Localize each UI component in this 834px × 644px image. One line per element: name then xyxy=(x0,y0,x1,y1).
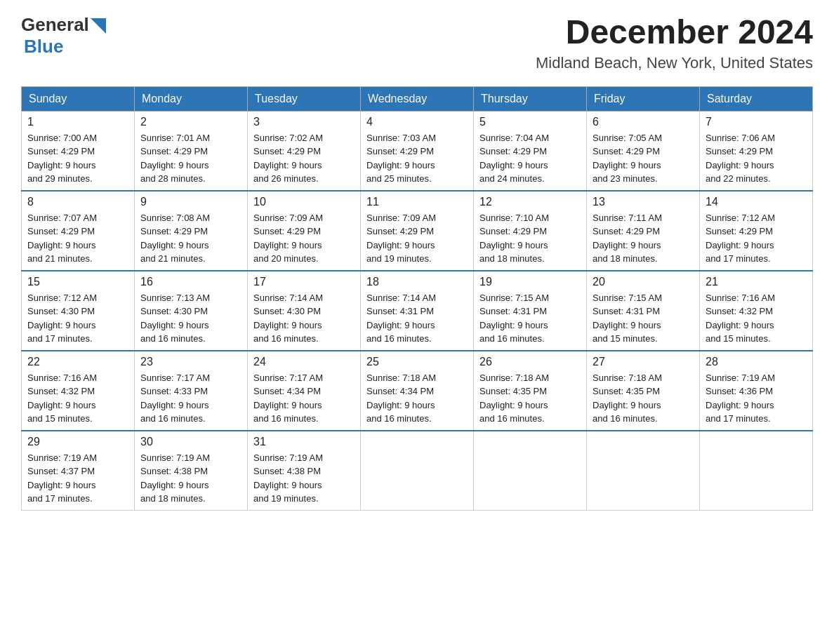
calendar-day-cell: 3 Sunrise: 7:02 AM Sunset: 4:29 PM Dayli… xyxy=(248,111,361,191)
day-number: 7 xyxy=(706,116,807,128)
day-number: 19 xyxy=(479,276,581,288)
day-number: 29 xyxy=(27,436,128,448)
calendar-day-cell: 25 Sunrise: 7:18 AM Sunset: 4:34 PM Dayl… xyxy=(361,351,474,431)
weekday-header-friday: Friday xyxy=(587,86,700,111)
logo-general: General xyxy=(21,14,89,36)
calendar-day-cell: 5 Sunrise: 7:04 AM Sunset: 4:29 PM Dayli… xyxy=(474,111,587,191)
day-info: Sunrise: 7:11 AM Sunset: 4:29 PM Dayligh… xyxy=(593,211,694,266)
day-number: 14 xyxy=(706,196,807,208)
day-number: 31 xyxy=(253,436,355,448)
logo-blue: Blue xyxy=(24,36,63,58)
day-info: Sunrise: 7:05 AM Sunset: 4:29 PM Dayligh… xyxy=(593,131,694,186)
calendar-day-cell: 12 Sunrise: 7:10 AM Sunset: 4:29 PM Dayl… xyxy=(474,191,587,271)
weekday-header-sunday: Sunday xyxy=(22,86,135,111)
day-number: 6 xyxy=(593,116,694,128)
calendar-day-cell: 10 Sunrise: 7:09 AM Sunset: 4:29 PM Dayl… xyxy=(248,191,361,271)
calendar-day-cell: 1 Sunrise: 7:00 AM Sunset: 4:29 PM Dayli… xyxy=(22,111,135,191)
svg-marker-0 xyxy=(91,18,106,34)
day-info: Sunrise: 7:16 AM Sunset: 4:32 PM Dayligh… xyxy=(706,291,807,346)
calendar-day-cell: 16 Sunrise: 7:13 AM Sunset: 4:30 PM Dayl… xyxy=(135,271,248,351)
day-number: 18 xyxy=(366,276,468,288)
day-number: 5 xyxy=(479,116,581,128)
weekday-header-wednesday: Wednesday xyxy=(361,86,474,111)
day-info: Sunrise: 7:17 AM Sunset: 4:34 PM Dayligh… xyxy=(253,371,355,426)
logo: General Blue xyxy=(21,14,106,58)
calendar-day-cell: 6 Sunrise: 7:05 AM Sunset: 4:29 PM Dayli… xyxy=(587,111,700,191)
day-info: Sunrise: 7:19 AM Sunset: 4:38 PM Dayligh… xyxy=(253,451,355,506)
calendar-week-row: 8 Sunrise: 7:07 AM Sunset: 4:29 PM Dayli… xyxy=(22,191,813,271)
day-number: 11 xyxy=(366,196,468,208)
calendar-day-cell: 28 Sunrise: 7:19 AM Sunset: 4:36 PM Dayl… xyxy=(700,351,813,431)
calendar-day-cell xyxy=(474,431,587,511)
calendar-day-cell xyxy=(587,431,700,511)
day-info: Sunrise: 7:06 AM Sunset: 4:29 PM Dayligh… xyxy=(706,131,807,186)
day-info: Sunrise: 7:00 AM Sunset: 4:29 PM Dayligh… xyxy=(27,131,128,186)
day-info: Sunrise: 7:14 AM Sunset: 4:31 PM Dayligh… xyxy=(366,291,468,346)
day-number: 25 xyxy=(366,356,468,368)
day-info: Sunrise: 7:16 AM Sunset: 4:32 PM Dayligh… xyxy=(27,371,128,426)
day-number: 3 xyxy=(253,116,355,128)
day-number: 8 xyxy=(27,196,128,208)
month-title: December 2024 xyxy=(536,14,813,51)
calendar-day-cell: 21 Sunrise: 7:16 AM Sunset: 4:32 PM Dayl… xyxy=(700,271,813,351)
calendar-day-cell: 31 Sunrise: 7:19 AM Sunset: 4:38 PM Dayl… xyxy=(248,431,361,511)
calendar-day-cell: 11 Sunrise: 7:09 AM Sunset: 4:29 PM Dayl… xyxy=(361,191,474,271)
day-info: Sunrise: 7:08 AM Sunset: 4:29 PM Dayligh… xyxy=(140,211,241,266)
calendar-day-cell: 19 Sunrise: 7:15 AM Sunset: 4:31 PM Dayl… xyxy=(474,271,587,351)
weekday-header-row: SundayMondayTuesdayWednesdayThursdayFrid… xyxy=(22,86,813,111)
day-number: 10 xyxy=(253,196,355,208)
day-number: 4 xyxy=(366,116,468,128)
day-info: Sunrise: 7:18 AM Sunset: 4:35 PM Dayligh… xyxy=(593,371,694,426)
day-info: Sunrise: 7:18 AM Sunset: 4:35 PM Dayligh… xyxy=(479,371,581,426)
calendar-week-row: 1 Sunrise: 7:00 AM Sunset: 4:29 PM Dayli… xyxy=(22,111,813,191)
calendar-day-cell: 7 Sunrise: 7:06 AM Sunset: 4:29 PM Dayli… xyxy=(700,111,813,191)
day-info: Sunrise: 7:17 AM Sunset: 4:33 PM Dayligh… xyxy=(140,371,241,426)
day-number: 28 xyxy=(706,356,807,368)
calendar-day-cell: 4 Sunrise: 7:03 AM Sunset: 4:29 PM Dayli… xyxy=(361,111,474,191)
title-section: December 2024 Midland Beach, New York, U… xyxy=(536,14,813,72)
calendar-day-cell: 22 Sunrise: 7:16 AM Sunset: 4:32 PM Dayl… xyxy=(22,351,135,431)
day-number: 20 xyxy=(593,276,694,288)
day-info: Sunrise: 7:03 AM Sunset: 4:29 PM Dayligh… xyxy=(366,131,468,186)
calendar-day-cell: 14 Sunrise: 7:12 AM Sunset: 4:29 PM Dayl… xyxy=(700,191,813,271)
calendar-week-row: 29 Sunrise: 7:19 AM Sunset: 4:37 PM Dayl… xyxy=(22,431,813,511)
day-info: Sunrise: 7:01 AM Sunset: 4:29 PM Dayligh… xyxy=(140,131,241,186)
day-number: 17 xyxy=(253,276,355,288)
day-info: Sunrise: 7:02 AM Sunset: 4:29 PM Dayligh… xyxy=(253,131,355,186)
day-number: 9 xyxy=(140,196,241,208)
location-title: Midland Beach, New York, United States xyxy=(536,54,813,72)
day-info: Sunrise: 7:19 AM Sunset: 4:38 PM Dayligh… xyxy=(140,451,241,506)
calendar-day-cell: 30 Sunrise: 7:19 AM Sunset: 4:38 PM Dayl… xyxy=(135,431,248,511)
day-info: Sunrise: 7:19 AM Sunset: 4:37 PM Dayligh… xyxy=(27,451,128,506)
day-info: Sunrise: 7:10 AM Sunset: 4:29 PM Dayligh… xyxy=(479,211,581,266)
calendar-day-cell: 2 Sunrise: 7:01 AM Sunset: 4:29 PM Dayli… xyxy=(135,111,248,191)
day-info: Sunrise: 7:15 AM Sunset: 4:31 PM Dayligh… xyxy=(593,291,694,346)
calendar-day-cell: 17 Sunrise: 7:14 AM Sunset: 4:30 PM Dayl… xyxy=(248,271,361,351)
day-number: 1 xyxy=(27,116,128,128)
calendar-week-row: 15 Sunrise: 7:12 AM Sunset: 4:30 PM Dayl… xyxy=(22,271,813,351)
day-info: Sunrise: 7:19 AM Sunset: 4:36 PM Dayligh… xyxy=(706,371,807,426)
calendar-week-row: 22 Sunrise: 7:16 AM Sunset: 4:32 PM Dayl… xyxy=(22,351,813,431)
weekday-header-thursday: Thursday xyxy=(474,86,587,111)
weekday-header-saturday: Saturday xyxy=(700,86,813,111)
calendar-day-cell: 9 Sunrise: 7:08 AM Sunset: 4:29 PM Dayli… xyxy=(135,191,248,271)
calendar-day-cell: 20 Sunrise: 7:15 AM Sunset: 4:31 PM Dayl… xyxy=(587,271,700,351)
day-number: 27 xyxy=(593,356,694,368)
day-number: 21 xyxy=(706,276,807,288)
day-number: 23 xyxy=(140,356,241,368)
calendar-day-cell: 23 Sunrise: 7:17 AM Sunset: 4:33 PM Dayl… xyxy=(135,351,248,431)
day-number: 12 xyxy=(479,196,581,208)
day-number: 2 xyxy=(140,116,241,128)
day-info: Sunrise: 7:12 AM Sunset: 4:30 PM Dayligh… xyxy=(27,291,128,346)
day-info: Sunrise: 7:04 AM Sunset: 4:29 PM Dayligh… xyxy=(479,131,581,186)
calendar-day-cell: 27 Sunrise: 7:18 AM Sunset: 4:35 PM Dayl… xyxy=(587,351,700,431)
calendar-day-cell: 8 Sunrise: 7:07 AM Sunset: 4:29 PM Dayli… xyxy=(22,191,135,271)
weekday-header-tuesday: Tuesday xyxy=(248,86,361,111)
day-number: 15 xyxy=(27,276,128,288)
day-info: Sunrise: 7:07 AM Sunset: 4:29 PM Dayligh… xyxy=(27,211,128,266)
day-number: 22 xyxy=(27,356,128,368)
weekday-header-monday: Monday xyxy=(135,86,248,111)
page-header: General Blue December 2024 Midland Beach… xyxy=(21,14,813,72)
day-info: Sunrise: 7:12 AM Sunset: 4:29 PM Dayligh… xyxy=(706,211,807,266)
calendar-day-cell: 24 Sunrise: 7:17 AM Sunset: 4:34 PM Dayl… xyxy=(248,351,361,431)
